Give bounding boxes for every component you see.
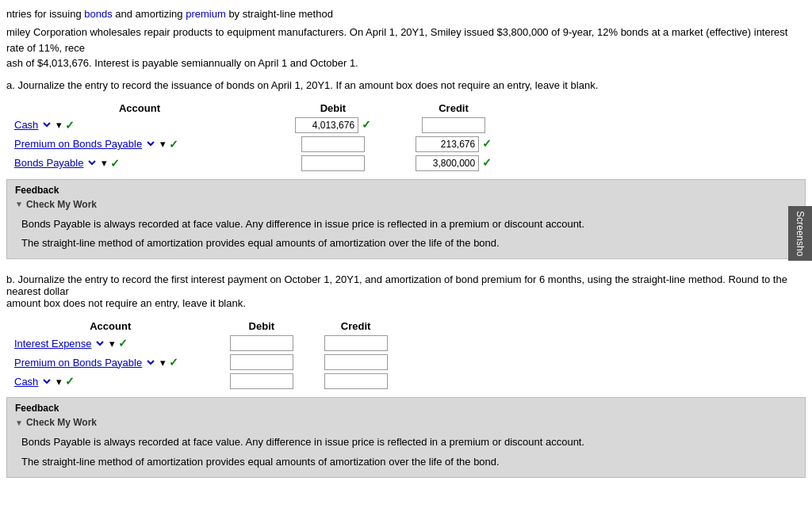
- credit-check-2: ✓: [482, 137, 492, 150]
- feedback-line-2a: The straight-line method of amortization…: [21, 235, 791, 252]
- table-row: Cash ▾ ✓ ✓: [6, 116, 514, 135]
- account-cell-b3: Cash ▾ ✓: [6, 372, 214, 391]
- col-header-account-b: Account: [6, 319, 214, 334]
- credit-cell-b3: [308, 372, 403, 391]
- part-a-question: a. Journalize the entry to record the is…: [0, 75, 812, 96]
- credit-input-3[interactable]: [416, 155, 479, 171]
- feedback-content-a: Bonds Payable is always recorded at face…: [15, 215, 797, 254]
- debit-input-b1[interactable]: [230, 335, 293, 351]
- triangle-icon-b: ▼: [15, 418, 23, 427]
- check-my-work-label-b: Check My Work: [26, 417, 97, 428]
- check-my-work-b[interactable]: ▼ Check My Work: [15, 417, 797, 428]
- debit-cell-b1: [214, 334, 308, 353]
- feedback-label-b: Feedback: [15, 403, 797, 414]
- col-header-account: Account: [6, 101, 273, 116]
- dropdown-icon-3: ▾: [102, 157, 107, 169]
- feedback-bar-b: Feedback ▼ Check My Work Bonds Payable i…: [6, 397, 806, 478]
- credit-cell-b1: [308, 334, 403, 353]
- col-header-debit-b: Debit: [214, 319, 308, 334]
- credit-cell-b2: [308, 353, 403, 372]
- credit-input-b3[interactable]: [324, 373, 388, 389]
- account-cell-b2: Premium on Bonds Payable ▾ ✓: [6, 353, 214, 372]
- intro-text-before: ntries for issuing: [6, 8, 84, 20]
- account-check-b1: ✓: [118, 337, 128, 350]
- debit-check-1: ✓: [362, 118, 371, 131]
- col-header-credit: Credit: [393, 101, 514, 116]
- account-check-3: ✓: [110, 157, 120, 170]
- account-check-2: ✓: [169, 138, 178, 151]
- triangle-icon-a: ▼: [15, 200, 23, 208]
- account-check-b2: ✓: [169, 356, 178, 369]
- dropdown-icon-b3: ▾: [56, 376, 62, 388]
- account-select-2[interactable]: Premium on Bonds Payable: [10, 136, 157, 151]
- account-cell-2: Premium on Bonds Payable ▾ ✓: [6, 135, 273, 154]
- part-a-table: Account Debit Credit Cash ▾ ✓: [6, 101, 514, 173]
- credit-input-1[interactable]: [422, 117, 485, 133]
- intro-text-middle: and amortizing: [113, 8, 186, 20]
- debit-input-1[interactable]: [295, 117, 358, 133]
- col-header-debit: Debit: [273, 101, 393, 116]
- check-my-work-a[interactable]: ▼ Check My Work: [15, 199, 797, 210]
- description-line2: ash of $4,013,676. Interest is payable s…: [6, 55, 806, 71]
- bonds-link[interactable]: bonds: [84, 8, 112, 20]
- screenshot-button[interactable]: Screensho: [788, 206, 812, 261]
- credit-input-b1[interactable]: [324, 335, 388, 351]
- credit-cell-1: [393, 116, 514, 135]
- feedback-line-2b: The straight-line method of amortization…: [21, 454, 791, 471]
- account-select-b2[interactable]: Premium on Bonds Payable: [10, 355, 157, 370]
- credit-cell-3: ✓: [393, 154, 514, 173]
- account-check-b3: ✓: [65, 375, 75, 388]
- account-cell-b1: Interest Expense ▾ ✓: [6, 334, 214, 353]
- credit-check-3: ✓: [482, 156, 492, 169]
- debit-input-2[interactable]: [301, 136, 365, 152]
- intro-text-after: by straight-line method: [226, 8, 333, 20]
- account-select-b1[interactable]: Interest Expense: [10, 336, 106, 351]
- feedback-label-a: Feedback: [15, 185, 797, 196]
- table-row: Cash ▾ ✓: [6, 372, 403, 391]
- debit-cell-2: [273, 135, 393, 154]
- part-b-question: b. Journalize the entry to record the fi…: [0, 269, 812, 314]
- debit-input-b3[interactable]: [230, 373, 293, 389]
- debit-cell-b2: [214, 353, 308, 372]
- col-header-credit-b: Credit: [308, 319, 403, 334]
- check-my-work-label-a: Check My Work: [26, 199, 97, 210]
- account-check-1: ✓: [65, 119, 75, 132]
- credit-input-b2[interactable]: [324, 354, 388, 370]
- account-cell-1: Cash ▾ ✓: [6, 116, 273, 135]
- description-line1: miley Corporation wholesales repair prod…: [6, 25, 806, 55]
- description-block: miley Corporation wholesales repair prod…: [0, 21, 812, 75]
- table-row: Premium on Bonds Payable ▾ ✓ ✓: [6, 135, 514, 154]
- dropdown-icon-1: ▾: [56, 119, 62, 131]
- part-b-section: b. Journalize the entry to record the fi…: [0, 269, 812, 478]
- intro-line: ntries for issuing bonds and amortizing …: [0, 6, 812, 21]
- debit-cell-3: [273, 154, 393, 173]
- account-select-b3[interactable]: Cash: [10, 374, 53, 389]
- premium-link[interactable]: premium: [186, 8, 226, 20]
- debit-input-3[interactable]: [301, 155, 365, 171]
- table-row: Premium on Bonds Payable ▾ ✓: [6, 353, 403, 372]
- debit-cell-1: ✓: [273, 116, 393, 135]
- dropdown-icon-b1: ▾: [109, 338, 115, 350]
- feedback-bar-a: Feedback ▼ Check My Work Bonds Payable i…: [6, 179, 806, 260]
- credit-input-2[interactable]: [416, 136, 479, 152]
- credit-cell-2: ✓: [393, 135, 514, 154]
- part-b-table: Account Debit Credit Interest Expense ▾ …: [6, 319, 403, 391]
- account-select-3[interactable]: Bonds Payable: [10, 155, 98, 170]
- account-select-1[interactable]: Cash: [10, 117, 53, 132]
- feedback-content-b: Bonds Payable is always recorded at face…: [15, 433, 797, 472]
- table-row: Interest Expense ▾ ✓: [6, 334, 403, 353]
- feedback-line-1a: Bonds Payable is always recorded at face…: [21, 216, 791, 233]
- feedback-line-1b: Bonds Payable is always recorded at face…: [21, 434, 791, 451]
- table-row: Bonds Payable ▾ ✓ ✓: [6, 154, 514, 173]
- dropdown-icon-2: ▾: [160, 138, 166, 150]
- debit-input-b2[interactable]: [230, 354, 293, 370]
- debit-cell-b3: [214, 372, 308, 391]
- account-cell-3: Bonds Payable ▾ ✓: [6, 154, 273, 173]
- dropdown-icon-b2: ▾: [160, 357, 166, 369]
